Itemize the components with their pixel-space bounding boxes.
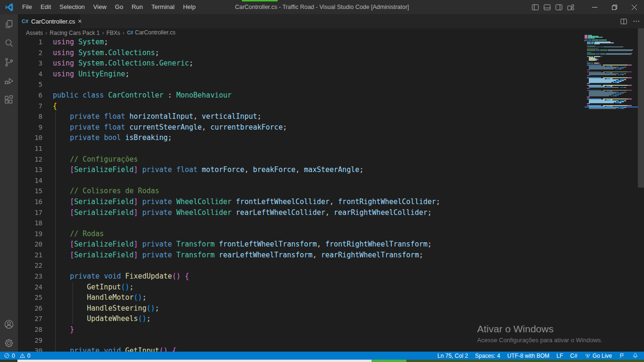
breadcrumb-item[interactable]: FBXs: [107, 30, 120, 36]
close-window-button[interactable]: [624, 0, 644, 14]
code-line[interactable]: 1using System;: [18, 37, 644, 48]
line-number[interactable]: 11: [18, 143, 42, 154]
menu-terminal[interactable]: Terminal: [147, 0, 179, 14]
toggle-secondary-sidebar-icon[interactable]: [555, 4, 562, 10]
menu-view[interactable]: View: [89, 0, 111, 14]
line-number[interactable]: 18: [18, 218, 42, 229]
line-number[interactable]: 25: [18, 292, 42, 303]
line-number[interactable]: 12: [18, 154, 42, 165]
code-line[interactable]: 25 HandleMotor();: [18, 292, 644, 303]
code-line[interactable]: 7{: [18, 101, 644, 112]
code-line[interactable]: 18: [18, 218, 644, 229]
line-number[interactable]: 2: [18, 48, 42, 58]
code-line[interactable]: 16 [SerializeField] private WheelCollide…: [18, 197, 644, 207]
split-editor-icon[interactable]: [620, 18, 627, 25]
line-number[interactable]: 17: [18, 207, 42, 218]
run-and-debug-icon[interactable]: [3, 75, 15, 87]
line-number[interactable]: 13: [18, 165, 42, 175]
source-control-icon[interactable]: [3, 57, 15, 68]
explorer-icon[interactable]: [3, 19, 15, 30]
line-number[interactable]: 8: [18, 111, 42, 122]
code-line[interactable]: 2using System.Collections;: [18, 48, 644, 58]
code-line[interactable]: 23 private void FixedUpdate() {: [18, 271, 644, 282]
line-number[interactable]: 27: [18, 313, 42, 324]
code-line[interactable]: 3using System.Collections.Generic;: [18, 58, 644, 69]
line-number[interactable]: 1: [18, 37, 42, 48]
line-number[interactable]: 19: [18, 229, 42, 239]
status-eol[interactable]: LF: [556, 353, 563, 359]
code-line[interactable]: 30 private void GetInput() {: [18, 346, 644, 352]
code-line[interactable]: 27 UpdateWheels();: [18, 313, 644, 324]
feedback-flag-icon[interactable]: [619, 353, 625, 359]
tab-carcontroller[interactable]: C# CarController.cs ×: [18, 14, 80, 28]
line-number[interactable]: 16: [18, 197, 42, 207]
line-number[interactable]: 28: [18, 324, 42, 335]
code-line[interactable]: 19 // Rodas: [18, 229, 644, 239]
status-encoding[interactable]: UTF-8 with BOM: [507, 353, 549, 359]
extensions-icon[interactable]: [3, 94, 15, 106]
menu-selection[interactable]: Selection: [55, 0, 89, 14]
status-cursor-position[interactable]: Ln 75, Col 2: [438, 353, 468, 359]
minimap[interactable]: [585, 35, 638, 109]
line-number[interactable]: 9: [18, 122, 42, 133]
code-line[interactable]: 22: [18, 260, 644, 271]
code-line[interactable]: 13 [SerializeField] private float motorF…: [18, 165, 644, 175]
breadcrumb-file[interactable]: CarController.cs: [135, 29, 175, 36]
settings-gear-icon[interactable]: [3, 337, 15, 349]
line-number[interactable]: 3: [18, 58, 42, 69]
more-actions-icon[interactable]: ⋯: [633, 17, 640, 25]
code-line[interactable]: 17 [SerializeField] private WheelCollide…: [18, 207, 644, 218]
line-number[interactable]: 23: [18, 271, 42, 282]
code-line[interactable]: 15 // Colisores de Rodas: [18, 186, 644, 197]
code-line[interactable]: 6public class CarController : MonoBehavi…: [18, 90, 644, 101]
line-number[interactable]: 24: [18, 282, 42, 293]
line-number[interactable]: 15: [18, 186, 42, 197]
code-line[interactable]: 14: [18, 175, 644, 186]
menu-file[interactable]: File: [18, 0, 36, 14]
search-icon[interactable]: [3, 38, 15, 49]
menu-run[interactable]: Run: [127, 0, 147, 14]
toggle-primary-sidebar-icon[interactable]: [532, 4, 539, 10]
code-line[interactable]: 20 [SerializeField] private Transform fr…: [18, 239, 644, 250]
status-language-mode[interactable]: C#: [570, 353, 577, 359]
breadcrumb-item[interactable]: Racing Cars Pack 1: [50, 30, 99, 36]
line-number[interactable]: 4: [18, 69, 42, 80]
scrollbar-thumb[interactable]: [638, 28, 644, 188]
line-number[interactable]: 22: [18, 260, 42, 271]
code-line[interactable]: 8 private float horizontalInput, vertica…: [18, 111, 644, 122]
minimize-button[interactable]: [585, 0, 604, 14]
line-number[interactable]: 20: [18, 239, 42, 250]
menu-help[interactable]: Help: [179, 0, 200, 14]
status-indentation[interactable]: Spaces: 4: [475, 353, 500, 359]
line-number[interactable]: 30: [18, 346, 42, 352]
line-number[interactable]: 5: [18, 79, 42, 90]
restore-button[interactable]: [604, 0, 624, 14]
line-number[interactable]: 29: [18, 335, 42, 346]
code-line[interactable]: 9 private float currentSteerAngle, curre…: [18, 122, 644, 133]
problems-indicator[interactable]: 0 0: [0, 353, 30, 359]
accounts-icon[interactable]: [3, 319, 15, 330]
code-line[interactable]: 4using UnityEngine;: [18, 69, 644, 80]
status-go-live[interactable]: Go Live: [585, 353, 612, 359]
line-number[interactable]: 7: [18, 101, 42, 112]
line-number[interactable]: 10: [18, 132, 42, 143]
code-line[interactable]: 10 private bool isBreaking;: [18, 132, 644, 143]
code-line[interactable]: 26 HandleSteering();: [18, 303, 644, 314]
code-line[interactable]: 21 [SerializeField] private Transform re…: [18, 250, 644, 261]
customize-layout-icon[interactable]: [567, 4, 574, 10]
code-editor[interactable]: 1using System;2using System.Collections;…: [18, 37, 644, 352]
line-number[interactable]: 14: [18, 175, 42, 186]
tab-close-icon[interactable]: ×: [78, 18, 82, 25]
code-line[interactable]: 12 // Configurações: [18, 154, 644, 165]
breadcrumb-item[interactable]: Assets: [26, 30, 43, 36]
line-number[interactable]: 6: [18, 90, 42, 101]
toggle-panel-icon[interactable]: [544, 4, 551, 10]
notifications-bell-icon[interactable]: [632, 353, 638, 359]
menu-edit[interactable]: Edit: [36, 0, 55, 14]
line-number[interactable]: 26: [18, 303, 42, 314]
line-number[interactable]: 21: [18, 250, 42, 261]
code-line[interactable]: 24 GetInput();: [18, 282, 644, 293]
code-line[interactable]: 11: [18, 143, 644, 154]
menu-go[interactable]: Go: [111, 0, 127, 14]
code-line[interactable]: 5: [18, 79, 644, 90]
